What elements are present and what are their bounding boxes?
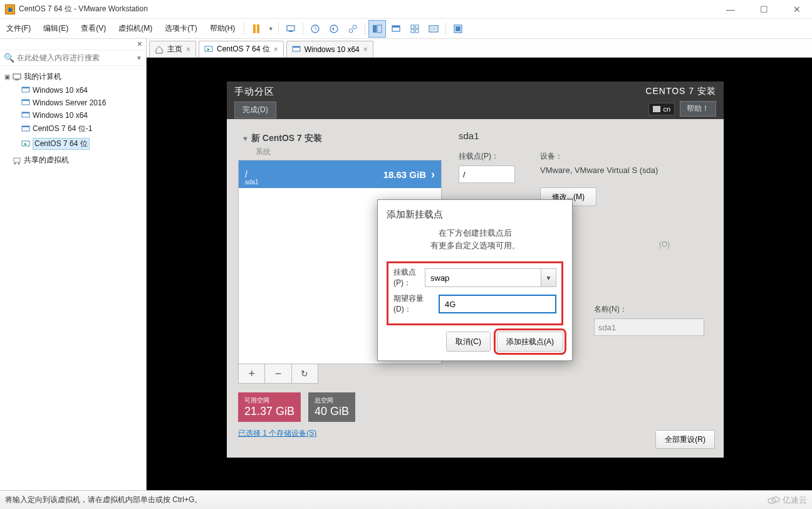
tab-centos[interactable]: CentOS 7 64 位 ×: [199, 41, 284, 57]
highlighted-inputs: 挂载点(P)： ▼ 期望容量(D)：: [387, 261, 563, 325]
dlg-mountpoint-combo[interactable]: ▼: [425, 268, 556, 287]
reload-partition-button[interactable]: ↻: [292, 364, 318, 383]
svg-rect-1: [289, 31, 293, 32]
partition-buttons: + − ↻: [238, 364, 318, 384]
svg-rect-6: [373, 25, 377, 33]
remove-partition-button[interactable]: −: [265, 364, 291, 383]
sidebar-close-button[interactable]: ×: [0, 39, 146, 50]
revert-snapshot-button[interactable]: [325, 20, 343, 38]
minimize-button[interactable]: ―: [720, 2, 741, 17]
svg-rect-25: [22, 112, 29, 113]
pause-button[interactable]: [247, 20, 265, 38]
dialog-add-mountpoint-button[interactable]: 添加挂载点(A): [497, 332, 563, 352]
vm-running-icon: [21, 140, 30, 149]
view-unity-button[interactable]: [406, 20, 424, 38]
name-input: [594, 318, 704, 336]
tab-win10[interactable]: Windows 10 x64 ×: [286, 41, 373, 57]
install-group-title[interactable]: ▼新 CentOS 7 安装: [238, 132, 442, 145]
installer-title: 手动分区: [234, 86, 276, 98]
svg-point-4: [349, 29, 353, 33]
keyboard-icon: [653, 106, 660, 112]
sidebar: × 🔍 ▼ ▣ 我的计算机 Windows 10 x64 Windows Ser…: [0, 39, 147, 490]
menu-view[interactable]: 查看(V): [75, 19, 112, 38]
dialog-message: 在下方创建挂载点后 有更多自定义选项可用。: [387, 227, 563, 251]
vm-console[interactable]: 手动分区 完成(D) CENTOS 7 安装 cn 帮助！ ▼新 Cen: [147, 58, 812, 490]
snapshot-manager-button[interactable]: [344, 20, 362, 38]
menu-edit[interactable]: 编辑(E): [37, 19, 75, 38]
svg-point-5: [353, 25, 357, 29]
storage-devices-link[interactable]: 已选择 1 个存储设备(S): [238, 428, 316, 439]
computer-icon: [13, 73, 21, 81]
tree-vm-win10-2[interactable]: Windows 10 x64: [3, 109, 143, 122]
svg-rect-30: [14, 158, 20, 162]
dialog-cancel-button[interactable]: 取消(C): [446, 332, 491, 352]
snapshot-button[interactable]: [306, 20, 324, 38]
menu-vm[interactable]: 虚拟机(M): [112, 19, 159, 38]
svg-marker-34: [207, 48, 210, 51]
menu-file[interactable]: 文件(F): [0, 19, 37, 38]
add-partition-button[interactable]: +: [239, 364, 265, 383]
device-label: 设备：: [540, 151, 658, 162]
menu-tabs[interactable]: 选项卡(T): [159, 19, 203, 38]
svg-rect-0: [287, 26, 294, 31]
installer-body: ▼新 CentOS 7 安装 系统 / sda1 18.63 GiB › +: [227, 119, 724, 458]
search-input[interactable]: [17, 53, 133, 62]
obscured-o: (O): [659, 240, 670, 249]
dlg-mountpoint-input[interactable]: [425, 269, 541, 286]
chevron-down-icon[interactable]: ▼: [541, 269, 556, 286]
tab-close[interactable]: ×: [363, 45, 368, 54]
installer-product: CENTOS 7 安装: [645, 86, 716, 97]
svg-rect-27: [22, 126, 29, 127]
name-label: 名称(N)：: [594, 304, 704, 315]
tree-root-my-computer[interactable]: ▣ 我的计算机: [3, 70, 143, 84]
view-console-button[interactable]: [368, 20, 386, 38]
tab-home[interactable]: 主页 ×: [149, 41, 196, 57]
library-button[interactable]: [449, 20, 467, 38]
status-text: 将输入定向到该虚拟机，请在虚拟机内部单击或按 Ctrl+G。: [5, 495, 202, 505]
tab-close[interactable]: ×: [274, 45, 278, 54]
send-ctrl-alt-del-button[interactable]: [282, 20, 299, 38]
total-space-box: 总空间 40 GiB: [308, 392, 355, 422]
available-space-box: 可用空间 21.37 GiB: [238, 392, 301, 422]
dlg-capacity-input[interactable]: [439, 295, 556, 313]
svg-rect-11: [415, 25, 419, 28]
tabbar: 主页 × CentOS 7 64 位 × Windows 10 x64 ×: [147, 39, 812, 58]
installer-header: 手动分区 完成(D) CENTOS 7 安装 cn 帮助！: [227, 81, 724, 119]
vm-icon: [21, 125, 30, 134]
pause-dropdown[interactable]: ▼: [266, 20, 275, 38]
view-exclusive-button[interactable]: [425, 20, 442, 38]
search-icon: 🔍: [4, 53, 14, 63]
menu-help[interactable]: 帮助(H): [204, 19, 242, 38]
statusbar: 将输入定向到该虚拟机，请在虚拟机内部单击或按 Ctrl+G。 亿速云: [0, 490, 812, 509]
app-icon: ▣: [5, 4, 15, 14]
vm-icon: [21, 111, 30, 120]
tree-shared-vms[interactable]: 共享的虚拟机: [3, 153, 143, 167]
keyboard-indicator[interactable]: cn: [648, 103, 675, 115]
tree-vm-win10-1[interactable]: Windows 10 x64: [3, 84, 143, 97]
reset-all-button[interactable]: 全部重设(R): [655, 430, 715, 449]
guest-screen: 手动分区 完成(D) CENTOS 7 安装 cn 帮助！ ▼新 Cen: [227, 81, 724, 458]
vm-running-icon: [204, 45, 213, 54]
shared-icon: [13, 156, 21, 165]
close-button[interactable]: ✕: [787, 2, 807, 17]
done-button[interactable]: 完成(D): [234, 102, 276, 118]
mountpoint-input[interactable]: [459, 165, 515, 183]
svg-point-32: [18, 162, 20, 164]
view-fullscreen-button[interactable]: [387, 20, 405, 38]
help-button[interactable]: 帮助！: [680, 101, 716, 117]
maximize-button[interactable]: ☐: [754, 2, 774, 17]
svg-rect-21: [22, 87, 29, 88]
dialog-title: 添加新挂载点: [387, 209, 563, 221]
svg-point-31: [14, 162, 16, 164]
window-title: CentOS 7 64 位 - VMware Workstation: [19, 4, 148, 14]
menubar: 文件(F) 编辑(E) 查看(V) 虚拟机(M) 选项卡(T) 帮助(H) ▼: [0, 19, 812, 39]
tree-vm-winserver[interactable]: Windows Server 2016: [3, 97, 143, 109]
search-dropdown[interactable]: ▼: [136, 55, 142, 61]
tab-close[interactable]: ×: [186, 45, 190, 54]
vm-icon: [292, 45, 301, 54]
tree-vm-centos-1[interactable]: CentOS 7 64 位-1: [3, 122, 143, 136]
svg-rect-12: [411, 29, 414, 33]
partition-row-root[interactable]: / sda1 18.63 GiB ›: [239, 160, 441, 188]
watermark: 亿速云: [768, 495, 807, 506]
tree-vm-centos-active[interactable]: CentOS 7 64 位: [3, 136, 143, 152]
